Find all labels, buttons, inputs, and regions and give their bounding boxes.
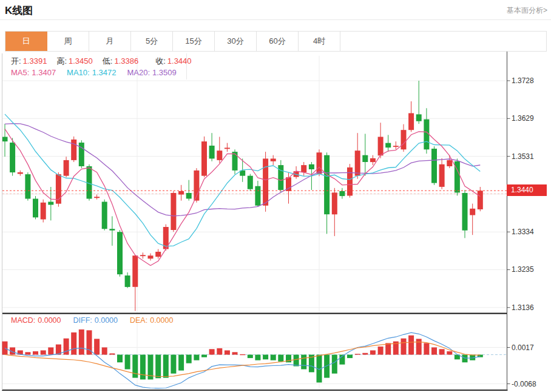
ma5-value: 1.3407 <box>32 68 56 77</box>
macd-readout: MACD:0.0000DIFF:0.0000DEA:0.0000 <box>11 316 173 325</box>
ma5-readout: MA5:1.3407 <box>11 68 56 77</box>
candles-layer <box>2 81 483 311</box>
diff-value: 0.0000 <box>95 316 118 325</box>
low-label: 低: <box>103 56 113 66</box>
macd-histogram <box>2 329 483 383</box>
macd-value: 0.0000 <box>38 316 61 325</box>
high-value: 1.3450 <box>69 56 93 66</box>
gridlines <box>2 53 507 390</box>
tab-month[interactable]: 月 <box>89 32 131 51</box>
tab-15min[interactable]: 15分 <box>173 32 215 51</box>
bottom-border <box>2 390 508 391</box>
ma20-value: 1.3509 <box>152 68 177 77</box>
ma20-label: MA20: <box>127 68 150 77</box>
fundamental-analysis-link[interactable]: 基本面分析> <box>507 5 547 16</box>
title-divider <box>0 19 551 20</box>
current-price-badge: 1.3440 <box>507 184 547 196</box>
dea-label: DEA: <box>130 316 147 325</box>
price-tick-label: 1.3728 <box>512 76 534 85</box>
ma5-label: MA5: <box>11 68 29 77</box>
ma10-value: 1.3472 <box>92 68 117 77</box>
tab-5min[interactable]: 5分 <box>131 32 173 51</box>
close-label: 收: <box>155 56 166 66</box>
dea-value: 0.0000 <box>150 316 173 325</box>
tab-60min[interactable]: 60分 <box>257 32 299 51</box>
ma10-label: MA10: <box>67 68 90 77</box>
page-title: K线图 <box>5 4 33 18</box>
ma10-readout: MA10:1.3472 <box>67 68 116 77</box>
macd-label: MACD: <box>11 316 35 325</box>
diff-readout: DIFF:0.0000 <box>73 316 118 325</box>
macd-hist-readout: MACD:0.0000 <box>11 316 61 325</box>
price-tick-label: 1.3136 <box>512 303 534 312</box>
close-value: 1.3440 <box>167 56 192 66</box>
ma-readout: MA5:1.3407MA10:1.3472MA20:1.3509 <box>11 68 177 77</box>
axis-ticks <box>507 81 510 384</box>
high-label: 高: <box>56 56 67 66</box>
open-value: 1.3391 <box>23 56 47 66</box>
dea-readout: DEA:0.0000 <box>130 316 173 325</box>
diff-label: DIFF: <box>73 316 92 325</box>
price-tick-label: 1.3235 <box>512 265 534 274</box>
macd-tick-label: -0.0068 <box>512 380 536 388</box>
ma20-readout: MA20:1.3509 <box>127 68 176 77</box>
price-tick-label: 1.3531 <box>512 152 534 161</box>
panel-separator <box>2 313 507 314</box>
price-tick-label: 1.3334 <box>512 228 534 236</box>
tab-4hour[interactable]: 4时 <box>299 32 340 51</box>
macd-tick-label: 0.0017 <box>512 343 534 352</box>
low-value: 1.3386 <box>114 56 138 66</box>
tab-week[interactable]: 周 <box>47 32 89 51</box>
tab-30min[interactable]: 30分 <box>215 32 257 51</box>
ohlc-readout: 开:1.3391高:1.3450低:1.3386收:1.3440 <box>11 56 192 67</box>
kline-page: { "header": { "title": "K线图", "fundament… <box>0 0 551 392</box>
price-tick-label: 1.3629 <box>512 114 534 123</box>
period-tabbar: 日 周 月 5分 15分 30分 60分 4时 <box>5 31 547 52</box>
tab-day[interactable]: 日 <box>5 32 47 51</box>
open-label: 开: <box>11 56 21 66</box>
